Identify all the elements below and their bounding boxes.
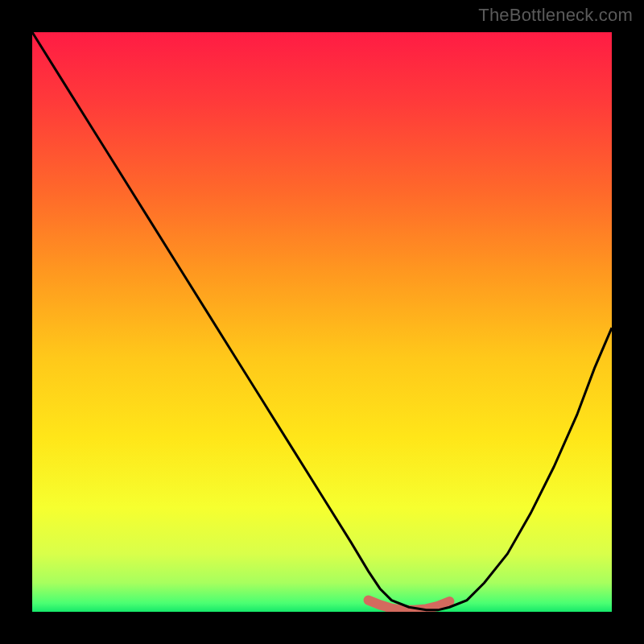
plot-area — [32, 32, 612, 612]
bottleneck-chart — [32, 32, 612, 612]
watermark-text: TheBottleneck.com — [478, 5, 633, 26]
chart-frame: TheBottleneck.com — [0, 0, 644, 644]
